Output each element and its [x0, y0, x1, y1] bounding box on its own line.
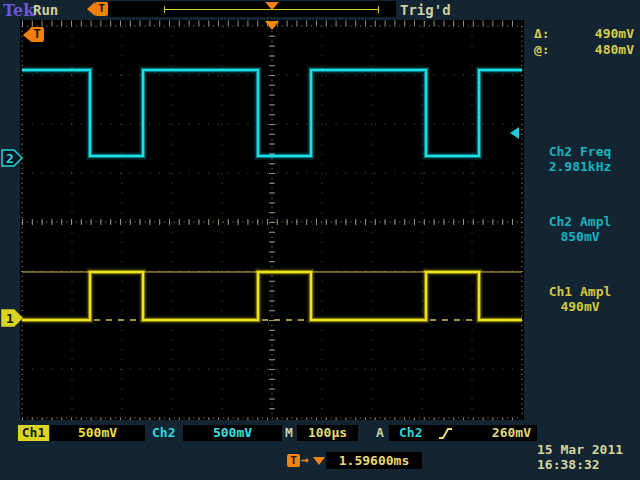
- measurement-ch2-ampl: Ch2 Ampl 850mV: [524, 214, 636, 244]
- measurement-label: Ch2 Freq: [524, 144, 636, 159]
- ch1-ground-marker: 1: [1, 307, 23, 329]
- delta-value: 490mV: [595, 26, 634, 41]
- trigger-status: Trig'd: [400, 2, 451, 18]
- waveform-ch2: [22, 70, 522, 156]
- expansion-point-marker-icon: [265, 21, 279, 30]
- record-view-bar: [108, 1, 396, 17]
- left-arrow-icon: [87, 2, 95, 16]
- measurement-label: Ch2 Ampl: [524, 214, 636, 229]
- trigger-t-icon: T: [30, 27, 44, 42]
- delay-expansion-triangle-icon: [313, 457, 325, 465]
- measurement-ch2-freq: Ch2 Freq 2.981kHz: [524, 144, 636, 174]
- cursor-delta-readout: Δ: 490mV: [534, 26, 634, 41]
- record-view-bracket-left: [164, 6, 165, 13]
- record-trigger-marker-icon: [265, 2, 279, 10]
- measurement-value: 2.981kHz: [524, 159, 636, 174]
- trigger-source: Ch2: [399, 425, 422, 441]
- delay-time-readout: 1.59600ms: [326, 452, 422, 469]
- left-arrow-icon: [23, 29, 30, 41]
- ch1-marker-label: 1: [6, 311, 14, 326]
- timebase-scale-readout: 100µs: [297, 425, 358, 441]
- acquisition-state: Run: [33, 2, 58, 18]
- rising-edge-icon: [438, 426, 453, 441]
- waveform-ch2: [22, 70, 522, 156]
- datetime-readout: 15 Mar 2011 16:38:32: [537, 442, 623, 472]
- waveform-ch2: [22, 70, 522, 156]
- ch1-scale-readout: 500mV: [50, 425, 145, 441]
- delay-arrow-icon: →: [301, 452, 309, 467]
- cursor-at-readout: @: 480mV: [534, 42, 634, 57]
- ch2-scale-readout: 500mV: [183, 425, 282, 441]
- at-label: @:: [534, 42, 550, 57]
- ch2-channel-label: Ch2: [152, 425, 175, 441]
- date-text: 15 Mar 2011: [537, 442, 623, 457]
- waveform-plot: [20, 20, 524, 420]
- record-view-bracket-right: [378, 6, 379, 13]
- measurement-value: 490mV: [524, 299, 636, 314]
- ch1-channel-badge: Ch1: [18, 425, 49, 441]
- at-value: 480mV: [595, 42, 634, 57]
- tek-logo: Tek: [3, 1, 34, 20]
- graticule-area: [20, 20, 524, 420]
- measurement-value: 850mV: [524, 229, 636, 244]
- time-text: 16:38:32: [537, 457, 623, 472]
- ch2-ground-marker: 2: [1, 147, 23, 169]
- main-timebase-label: M: [285, 425, 293, 441]
- a-trigger-label: A: [376, 425, 384, 441]
- delta-label: Δ:: [534, 26, 550, 41]
- trigger-level-value: 260mV: [492, 425, 531, 441]
- delay-trigger-t-icon: T: [287, 454, 300, 467]
- measurement-ch1-ampl: Ch1 Ampl 490mV: [524, 284, 636, 314]
- trigger-t-icon: T: [95, 2, 108, 16]
- oscilloscope-screen: Tek Run T Trig'd T 2 1 Δ: 490mV @: 480mV…: [0, 0, 640, 480]
- measurement-label: Ch1 Ampl: [524, 284, 636, 299]
- trigger-offscreen-left-marker: T: [23, 27, 44, 42]
- trigger-position-icon: T: [87, 2, 108, 16]
- trigger-readout-box: Ch2 260mV: [389, 425, 537, 441]
- trigger-level-arrow-icon: [510, 127, 519, 139]
- ch2-marker-label: 2: [6, 151, 14, 166]
